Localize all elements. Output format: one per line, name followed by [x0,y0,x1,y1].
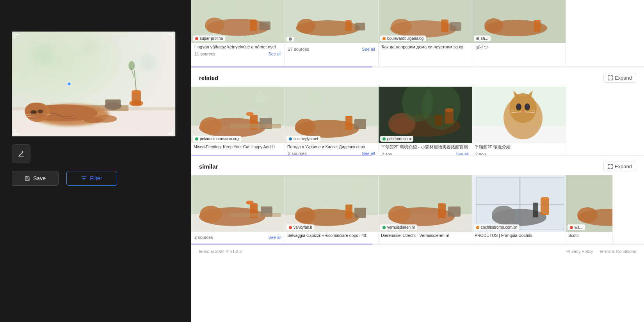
svg-point-34 [215,2,230,18]
top-image-title-0: Hogyan válhatsz kétnyelvűvé a német nyel [191,43,285,51]
svg-point-108 [388,206,410,223]
top-image-item-0[interactable]: super-prof.hu Hogyan válhatsz kétnyelvűv… [191,0,285,66]
svg-rect-49 [534,20,541,32]
svg-point-95 [246,201,254,205]
top-image-item-1[interactable]: 27 sources See all [285,0,379,66]
source-badge-1 [286,37,294,41]
svg-rect-45 [450,22,461,31]
related-thumb-3 [472,87,566,143]
similar-section-title: similar [199,163,218,170]
source-name-related-0: pekinunionmission.org [200,137,239,141]
related-see-all-2[interactable]: See all [455,152,469,155]
corner-handle-tl [14,34,19,39]
svg-point-26 [128,61,135,70]
privacy-policy-link[interactable]: Privacy Policy [566,249,593,254]
related-expand-button[interactable]: Expand [603,73,636,83]
svg-rect-110 [448,206,461,217]
sources-count-1: 27 sources [288,47,309,52]
svg-point-122 [577,207,598,223]
svg-point-85 [521,110,525,112]
svg-rect-27 [26,179,28,180]
similar-image-4[interactable]: wa... Scotti [566,175,613,244]
svg-point-78 [509,93,537,123]
focus-dot [67,82,71,86]
svg-point-66 [306,91,322,107]
svg-point-38 [297,19,316,34]
similar-see-all-0[interactable]: See all [268,235,281,240]
related-thumb-2: petitforet.com [379,87,472,143]
similar-thumb-4: wa... [566,175,613,232]
svg-rect-102 [345,205,352,219]
top-image-thumb-1 [285,0,378,43]
top-image-title-2: Как да направим дома си неустоим за ко [379,43,472,51]
footer: lenso.ai 2024 © v1.2.2 Privacy Policy Te… [191,245,644,258]
related-sources-3: 2 sou [472,151,566,155]
related-sources-0 [191,150,285,153]
terms-conditions-link[interactable]: Terms & Conditions [599,249,636,254]
svg-point-73 [445,108,454,112]
svg-rect-74 [435,115,442,126]
similar-count-0: 2 sources [194,235,213,240]
svg-rect-33 [260,21,270,30]
svg-rect-40 [355,23,365,30]
similar-expand-icon [608,164,613,169]
source-badge-similar-1: vanityfair.it [286,224,314,230]
corner-handle-tr [168,34,173,39]
filter-button[interactable]: Filter [66,171,117,186]
sources-count-0: 11 sources [194,52,215,56]
source-dot-0 [195,37,198,40]
top-image-title-3: ダイツ [472,43,566,52]
svg-rect-39 [345,20,352,31]
save-button[interactable]: Save [12,171,59,186]
related-count-3: 2 sou [475,152,486,155]
similar-image-0[interactable]: 2 sources See all [191,175,285,244]
related-image-2[interactable]: petitforet.com 平頌館2F 環境介紹 - 小森林寵物美容旅館官網 … [379,87,472,155]
svg-point-58 [210,92,227,109]
svg-rect-117 [541,199,549,215]
edit-button[interactable] [12,144,30,163]
see-all-link-1[interactable]: See all [362,47,375,52]
related-title-0: Mixed-Feeding: Keep Your Cat Happy And H [191,143,285,150]
svg-rect-97 [230,213,281,217]
svg-point-101 [295,207,315,224]
svg-rect-44 [441,20,448,32]
svg-rect-109 [438,203,446,218]
source-name-similar-2: verhuisdieren.nl [387,225,415,229]
related-image-3[interactable]: 平頌館2F 環境介紹 2 sou [472,87,566,155]
svg-point-1 [32,43,55,67]
svg-point-59 [254,91,269,105]
svg-rect-28 [26,176,28,178]
svg-point-55 [246,112,254,116]
image-preview [12,31,176,137]
svg-point-84 [527,105,529,107]
svg-point-53 [200,117,222,134]
see-all-link-0[interactable]: See all [268,52,281,56]
svg-rect-9 [132,92,141,105]
similar-expand-button[interactable]: Expand [603,162,636,171]
similar-images-grid: 2 sources See all vanityfair.it [191,175,644,244]
svg-point-63 [295,119,315,135]
similar-image-1[interactable]: vanityfair.it Selvaggia Capizzi: «Ricomi… [285,175,379,244]
svg-point-2 [80,37,100,57]
expand-icon [608,75,613,80]
related-images-grid: pekinunionmission.org Mixed-Feeding: Kee… [191,87,644,155]
related-see-all-1[interactable]: See all [362,151,375,155]
svg-point-93 [200,206,222,223]
related-title-2: 平頌館2F 環境介紹 - 小森林寵物美容旅館官網 [379,143,472,151]
similar-section-header: similar Expand [191,156,644,175]
svg-point-118 [541,197,549,201]
top-image-item-3[interactable]: sh... ダイツ [472,0,566,66]
source-badge-similar-4: wa... [568,224,585,230]
svg-rect-119 [533,203,538,217]
svg-point-3 [140,55,156,71]
related-image-0[interactable]: pekinunionmission.org Mixed-Feeding: Kee… [191,87,285,155]
footer-copyright: lenso.ai 2024 © v1.2.2 [199,249,242,254]
top-image-item-2[interactable]: boulevardbulgaria.bg Как да направим дом… [379,0,472,66]
source-name-2: boulevardbulgaria.bg [387,36,423,41]
similar-image-2[interactable]: verhuisdieren.nl Dierenasiel Utrecht - V… [379,175,472,244]
related-section-title: related [199,75,218,81]
related-image-1[interactable]: soc.hvylya.net Погода в Украине и Киеве:… [285,87,379,155]
related-title-1: Погода в Украине и Киеве: Диденко спро [285,143,378,150]
similar-image-3[interactable]: cochilodromo.com.br PRODUTOS | Franquia … [472,175,566,244]
related-sources-2: 2 sou See all [379,151,472,155]
